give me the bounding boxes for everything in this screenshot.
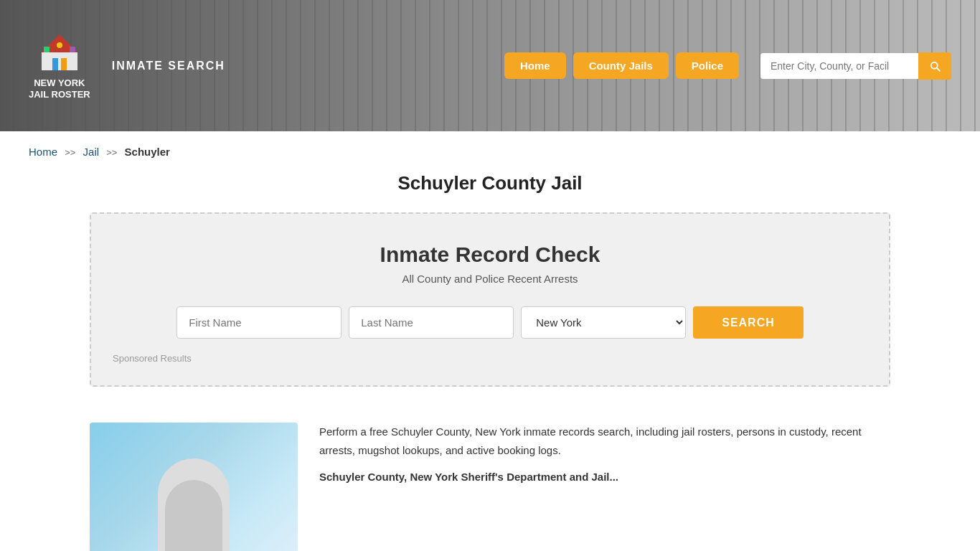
section-title: Inmate Record Check [113, 242, 867, 267]
content-sub-heading: Schuyler County, New York Sheriff's Depa… [319, 468, 890, 486]
search-button[interactable]: SEARCH [693, 306, 804, 339]
header-content: NEW YORK JAIL ROSTER INMATE SEARCH Home … [0, 0, 980, 131]
sponsored-label: Sponsored Results [113, 353, 867, 364]
svg-rect-4 [44, 47, 50, 52]
svg-rect-2 [52, 58, 58, 70]
svg-point-6 [57, 42, 62, 48]
nav-police-button[interactable]: Police [676, 52, 739, 79]
breadcrumb-sep-1: >> [65, 147, 75, 158]
inmate-record-check-section: Inmate Record Check All County and Polic… [90, 212, 890, 387]
header-search-button[interactable] [918, 52, 951, 80]
logo-icon [38, 31, 81, 74]
search-form: AlabamaAlaskaArizonaArkansasCaliforniaCo… [113, 306, 867, 339]
logo-area: NEW YORK JAIL ROSTER [29, 31, 90, 100]
main-nav: Home County Jails Police [254, 52, 951, 80]
svg-rect-5 [70, 47, 75, 52]
svg-rect-0 [42, 52, 77, 70]
content-text: Perform a free Schuyler County, New York… [319, 423, 890, 551]
content-description: Perform a free Schuyler County, New York… [319, 423, 890, 459]
nav-county-jails-button[interactable]: County Jails [573, 52, 669, 79]
breadcrumb: Home >> Jail >> Schuyler [0, 131, 980, 172]
content-image [90, 423, 298, 551]
nav-home-button[interactable]: Home [504, 52, 566, 79]
logo-text: NEW YORK JAIL ROSTER [29, 77, 90, 100]
page-title: Schuyler County Jail [0, 172, 980, 194]
header-search-input[interactable] [760, 53, 918, 79]
breadcrumb-sep-2: >> [106, 147, 117, 158]
svg-rect-3 [61, 58, 67, 70]
first-name-input[interactable] [176, 306, 341, 339]
state-select[interactable]: AlabamaAlaskaArizonaArkansasCaliforniaCo… [521, 306, 686, 339]
section-subtitle: All County and Police Recent Arrests [113, 273, 867, 285]
header-search-bar [760, 52, 951, 80]
last-name-input[interactable] [349, 306, 514, 339]
inmate-search-label: INMATE SEARCH [112, 60, 225, 72]
content-section: Perform a free Schuyler County, New York… [0, 408, 980, 551]
breadcrumb-current: Schuyler [125, 146, 170, 158]
site-header: NEW YORK JAIL ROSTER INMATE SEARCH Home … [0, 0, 980, 131]
breadcrumb-jail-link[interactable]: Jail [83, 146, 100, 158]
breadcrumb-home-link[interactable]: Home [29, 146, 57, 158]
